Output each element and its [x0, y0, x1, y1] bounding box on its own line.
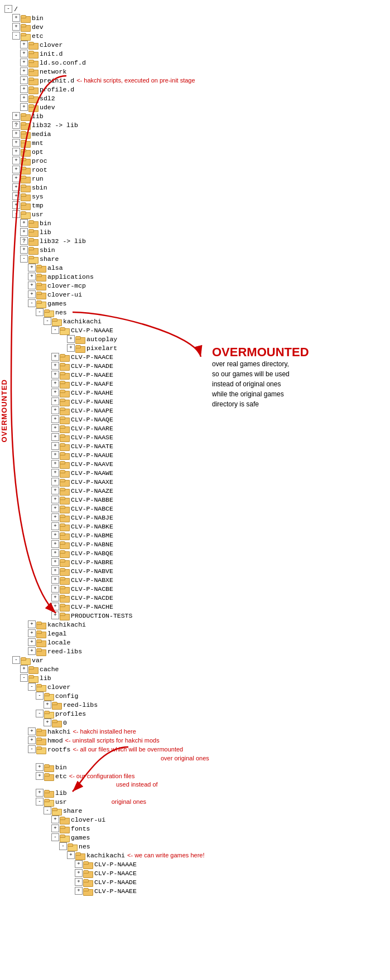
- expander[interactable]: +: [51, 549, 59, 557]
- expander[interactable]: +: [12, 174, 20, 182]
- expander[interactable]: +: [51, 487, 59, 494]
- expander[interactable]: +: [20, 41, 28, 48]
- expander[interactable]: -: [36, 710, 44, 717]
- expander[interactable]: +: [12, 112, 20, 120]
- expander[interactable]: +: [51, 567, 59, 575]
- expander[interactable]: +: [28, 736, 36, 744]
- expander[interactable]: +: [20, 219, 28, 227]
- expander[interactable]: +: [51, 451, 59, 459]
- expander[interactable]: +: [28, 638, 36, 646]
- expander[interactable]: +: [12, 157, 20, 164]
- expander[interactable]: +: [44, 719, 51, 726]
- expander[interactable]: +: [20, 76, 28, 84]
- expander-bin[interactable]: +: [12, 14, 20, 22]
- expander[interactable]: +: [20, 67, 28, 75]
- expander[interactable]: -: [36, 692, 44, 700]
- expander[interactable]: +: [28, 727, 36, 735]
- expander[interactable]: +: [28, 273, 36, 280]
- expander[interactable]: -: [59, 842, 67, 850]
- tree-row: - share: [4, 254, 390, 263]
- expander[interactable]: +: [20, 103, 28, 111]
- expander[interactable]: -: [12, 656, 20, 664]
- expander[interactable]: -: [51, 326, 59, 334]
- expander[interactable]: +: [20, 50, 28, 57]
- expander[interactable]: -: [28, 683, 36, 691]
- expander[interactable]: +: [67, 344, 75, 352]
- expander[interactable]: -: [51, 833, 59, 841]
- expander[interactable]: +: [51, 362, 59, 370]
- expander[interactable]: +: [44, 701, 51, 709]
- expander[interactable]: +: [12, 148, 20, 156]
- expander[interactable]: +: [28, 290, 36, 298]
- expander[interactable]: +: [36, 772, 44, 780]
- expander[interactable]: +: [20, 85, 28, 93]
- expander[interactable]: +: [75, 860, 83, 868]
- expander[interactable]: -: [36, 308, 44, 316]
- expander[interactable]: -: [44, 317, 51, 325]
- expander[interactable]: +: [51, 531, 59, 539]
- expander[interactable]: -: [20, 255, 28, 263]
- expander[interactable]: -: [20, 674, 28, 682]
- expander[interactable]: +: [12, 130, 20, 138]
- expander[interactable]: +: [51, 353, 59, 361]
- expander[interactable]: +: [12, 183, 20, 191]
- expander[interactable]: +: [36, 763, 44, 771]
- expander[interactable]: +: [28, 264, 36, 271]
- expander-etc[interactable]: -: [12, 32, 20, 40]
- expander[interactable]: +: [51, 424, 59, 432]
- expander[interactable]: +: [28, 647, 36, 655]
- expander[interactable]: +: [28, 282, 36, 289]
- expander[interactable]: +: [67, 335, 75, 343]
- expander[interactable]: +: [51, 576, 59, 584]
- expander[interactable]: +: [12, 166, 20, 173]
- folder-icon: [52, 719, 61, 726]
- expander[interactable]: +: [51, 496, 59, 503]
- expander[interactable]: +: [51, 433, 59, 441]
- expander[interactable]: +: [20, 228, 28, 236]
- expander[interactable]: +: [51, 469, 59, 477]
- expander[interactable]: +: [36, 789, 44, 797]
- expander[interactable]: +: [51, 540, 59, 548]
- expander[interactable]: +: [51, 415, 59, 423]
- expander[interactable]: +: [12, 201, 20, 209]
- expander[interactable]: +: [51, 522, 59, 530]
- expander[interactable]: +: [51, 397, 59, 405]
- expander[interactable]: +: [51, 513, 59, 521]
- expander[interactable]: +: [51, 460, 59, 468]
- expander[interactable]: +: [51, 594, 59, 601]
- expander[interactable]: +: [12, 139, 20, 147]
- expander[interactable]: +: [12, 192, 20, 200]
- expander[interactable]: -: [28, 299, 36, 307]
- expander[interactable]: +: [51, 603, 59, 610]
- expander[interactable]: +: [51, 585, 59, 593]
- expander[interactable]: -: [36, 798, 44, 806]
- folder-icon: [21, 184, 30, 191]
- expander[interactable]: +: [28, 629, 36, 637]
- expander[interactable]: +: [51, 371, 59, 379]
- expander[interactable]: +: [51, 478, 59, 486]
- expander[interactable]: +: [75, 869, 83, 877]
- expander[interactable]: +: [67, 851, 75, 859]
- expander[interactable]: +: [51, 406, 59, 414]
- tree-row: + kachikachi: [4, 620, 390, 629]
- expander[interactable]: +: [20, 246, 28, 254]
- expander[interactable]: +: [51, 824, 59, 832]
- expander[interactable]: -: [12, 210, 20, 218]
- expander[interactable]: +: [51, 389, 59, 396]
- expander[interactable]: +: [20, 665, 28, 673]
- expander-dev[interactable]: +: [12, 23, 20, 31]
- expander[interactable]: +: [51, 558, 59, 566]
- expander[interactable]: +: [51, 816, 59, 823]
- expander[interactable]: +: [51, 504, 59, 512]
- expander[interactable]: -: [44, 807, 51, 814]
- expander[interactable]: +: [51, 612, 59, 619]
- expander[interactable]: +: [20, 94, 28, 102]
- expander[interactable]: -: [28, 745, 36, 753]
- expander-root[interactable]: -: [4, 5, 12, 13]
- expander[interactable]: +: [51, 380, 59, 387]
- expander[interactable]: +: [75, 878, 83, 886]
- expander[interactable]: +: [28, 620, 36, 628]
- expander[interactable]: +: [20, 59, 28, 66]
- expander[interactable]: +: [51, 442, 59, 450]
- expander[interactable]: +: [75, 887, 83, 895]
